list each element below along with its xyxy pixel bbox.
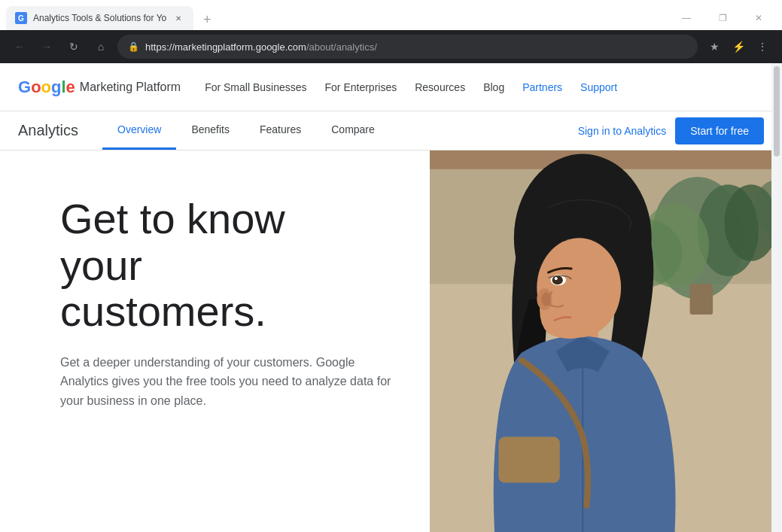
hero-image: [430, 150, 782, 532]
platform-text: Marketing Platform: [80, 81, 181, 94]
svg-rect-13: [499, 437, 560, 483]
window-controls: — ❐ ✕: [669, 6, 776, 30]
extension-icon[interactable]: ⚡: [728, 36, 749, 57]
menu-icon[interactable]: ⋮: [752, 36, 773, 57]
browser-chrome: G Analytics Tools & Solutions for Yo ✕ +…: [0, 0, 782, 63]
nav-resources[interactable]: Resources: [415, 81, 465, 93]
top-navigation: Google Marketing Platform For Small Busi…: [0, 63, 782, 111]
active-tab[interactable]: G Analytics Tools & Solutions for Yo ✕: [6, 6, 193, 30]
tab-close-icon[interactable]: ✕: [172, 12, 184, 24]
hero-section: Get to know your customers. Get a deeper…: [0, 150, 782, 532]
title-bar: G Analytics Tools & Solutions for Yo ✕ +…: [0, 0, 782, 30]
page-content: Google Marketing Platform For Small Busi…: [0, 63, 782, 532]
url-text: https://marketingplatform.google.com/abo…: [145, 41, 377, 53]
minimize-button[interactable]: —: [669, 6, 704, 30]
hero-headline: Get to know your customers.: [60, 196, 400, 335]
reload-button[interactable]: ↻: [63, 36, 84, 57]
top-nav-links: For Small Businesses For Enterprises Res…: [205, 81, 764, 93]
maximize-button[interactable]: ❐: [705, 6, 740, 30]
hero-text: Get to know your customers. Get a deeper…: [0, 150, 430, 532]
scrollbar[interactable]: [771, 63, 782, 532]
forward-button[interactable]: →: [36, 36, 57, 57]
url-bar[interactable]: 🔒 https://marketingplatform.google.com/a…: [117, 35, 698, 59]
tab-favicon: G: [15, 12, 27, 24]
google-logo: Google: [18, 78, 75, 97]
hero-description: Get a deeper understanding of your custo…: [60, 353, 391, 411]
sub-nav-compare[interactable]: Compare: [316, 111, 390, 150]
start-free-button[interactable]: Start for free: [675, 117, 764, 144]
svg-point-18: [552, 275, 563, 284]
nav-small-businesses[interactable]: For Small Businesses: [205, 81, 306, 93]
nav-blog[interactable]: Blog: [483, 81, 504, 93]
sign-in-link[interactable]: Sign in to Analytics: [578, 125, 667, 137]
svg-point-19: [555, 277, 558, 280]
sub-navigation: Analytics Overview Benefits Features Com…: [0, 111, 782, 150]
lock-icon: 🔒: [128, 41, 139, 52]
sub-nav-actions: Sign in to Analytics Start for free: [578, 117, 764, 144]
scrollbar-thumb[interactable]: [774, 66, 780, 157]
svg-rect-8: [690, 284, 713, 315]
sub-nav-benefits[interactable]: Benefits: [176, 111, 245, 150]
toolbar-icons: ★ ⚡ ⋮: [704, 36, 773, 57]
tab-title: Analytics Tools & Solutions for Yo: [33, 13, 166, 23]
sub-nav-features[interactable]: Features: [245, 111, 316, 150]
bookmark-icon[interactable]: ★: [704, 36, 725, 57]
home-button[interactable]: ⌂: [90, 36, 111, 57]
nav-partners[interactable]: Partners: [522, 81, 562, 93]
google-logo-area[interactable]: Google Marketing Platform: [18, 78, 181, 97]
nav-support[interactable]: Support: [580, 81, 617, 93]
analytics-label: Analytics: [18, 122, 78, 139]
sub-nav-overview[interactable]: Overview: [102, 111, 176, 150]
back-button[interactable]: ←: [9, 36, 30, 57]
address-bar: ← → ↻ ⌂ 🔒 https://marketingplatform.goog…: [0, 30, 782, 63]
new-tab-button[interactable]: +: [196, 9, 218, 30]
close-button[interactable]: ✕: [741, 6, 776, 30]
nav-enterprises[interactable]: For Enterprises: [325, 81, 397, 93]
sub-nav-links: Overview Benefits Features Compare: [102, 111, 578, 150]
tab-area: G Analytics Tools & Solutions for Yo ✕ +: [6, 6, 669, 30]
